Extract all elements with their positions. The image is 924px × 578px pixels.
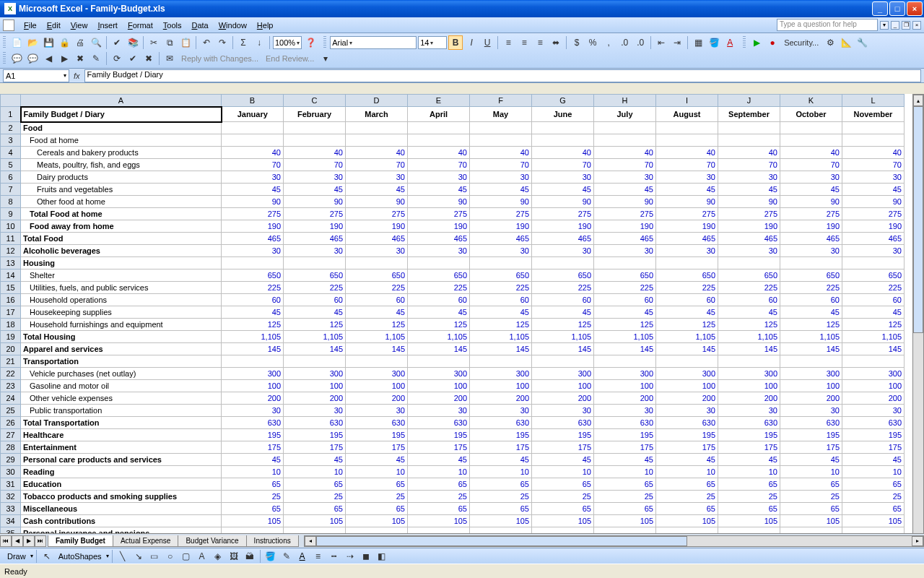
cell-K10[interactable]: 190 [780,220,842,233]
row-header-23[interactable]: 23 [1,380,21,392]
font-color-draw-button[interactable]: A [295,549,310,564]
cell-K6[interactable]: 30 [780,171,842,184]
oval-button[interactable]: ○ [163,549,178,564]
cell-J11[interactable]: 465 [718,233,780,245]
cell-E20[interactable]: 145 [408,343,470,355]
cell-F19[interactable]: 1,105 [470,331,532,343]
cell-B27[interactable]: 195 [222,429,284,441]
3d-button[interactable]: ◧ [375,549,389,564]
cell-D3[interactable] [346,134,408,147]
row-header-3[interactable]: 3 [1,134,21,147]
cell-A18[interactable]: Household furnishings and equipment [21,319,222,331]
cell-E2[interactable] [408,122,470,134]
menu-tools[interactable]: Tools [158,20,187,31]
cell-E17[interactable]: 45 [408,306,470,319]
cell-L18[interactable]: 125 [842,319,905,331]
cell-L8[interactable]: 90 [842,196,905,208]
cell-L6[interactable]: 30 [842,171,905,184]
cell-H5[interactable]: 70 [594,159,656,171]
cell-L13[interactable] [842,257,905,269]
cell-K13[interactable] [780,257,842,269]
cell-F22[interactable]: 300 [470,368,532,380]
cell-I2[interactable] [656,122,718,134]
cell-I24[interactable]: 200 [656,392,718,405]
cell-J33[interactable]: 65 [718,503,780,515]
cell-E10[interactable]: 190 [408,220,470,233]
cell-F32[interactable]: 25 [470,491,532,503]
cell-C1[interactable]: February [284,107,346,122]
cell-C27[interactable]: 195 [284,429,346,441]
menu-view[interactable]: View [66,20,93,31]
cell-K16[interactable]: 60 [780,294,842,306]
cell-E23[interactable]: 100 [408,380,470,392]
cell-C19[interactable]: 1,105 [284,331,346,343]
cell-L1[interactable]: November [842,107,905,122]
menu-insert[interactable]: Insert [92,20,123,31]
cell-J7[interactable]: 45 [718,184,780,196]
cell-D14[interactable]: 650 [346,269,408,282]
arrow-button[interactable]: ↘ [131,549,146,564]
doc-minimize-button[interactable]: _ [891,21,899,30]
cell-E8[interactable]: 90 [408,196,470,208]
cell-E32[interactable]: 25 [408,491,470,503]
research-button[interactable]: 📚 [126,35,140,50]
cell-D32[interactable]: 25 [346,491,408,503]
cell-L12[interactable]: 30 [842,245,905,257]
cell-F11[interactable]: 465 [470,233,532,245]
cell-J17[interactable]: 45 [718,306,780,319]
delete-comment-button[interactable]: ✖ [73,51,87,66]
menu-data[interactable]: Data [186,20,213,31]
cell-E21[interactable] [408,355,470,368]
cell-J21[interactable] [718,355,780,368]
cell-J20[interactable]: 145 [718,343,780,355]
decrease-indent-button[interactable]: ⇤ [654,35,668,50]
toolbar-options-button[interactable]: ▾ [318,51,333,66]
row-header-12[interactable]: 12 [1,245,21,257]
cell-C22[interactable]: 300 [284,368,346,380]
row-header-19[interactable]: 19 [1,331,21,343]
cell-D23[interactable]: 100 [346,380,408,392]
zoom-combo[interactable]: 100%▾ [273,36,302,49]
line-color-button[interactable]: ✎ [279,549,294,564]
cell-A12[interactable]: Alcoholic beverages [21,245,222,257]
horizontal-scrollbar[interactable]: ◂ ▸ [304,535,924,547]
cell-G19[interactable]: 1,105 [532,331,594,343]
cell-K22[interactable]: 300 [780,368,842,380]
cell-G30[interactable]: 10 [532,466,594,478]
cell-L25[interactable]: 30 [842,405,905,417]
cell-H3[interactable] [594,134,656,147]
cell-D18[interactable]: 125 [346,319,408,331]
cell-L2[interactable] [842,122,905,134]
italic-button[interactable]: I [464,35,479,50]
cell-H23[interactable]: 100 [594,380,656,392]
cell-I1[interactable]: August [656,107,718,122]
cell-D15[interactable]: 225 [346,282,408,294]
cell-J16[interactable]: 60 [718,294,780,306]
cell-F20[interactable]: 145 [470,343,532,355]
cell-K11[interactable]: 465 [780,233,842,245]
column-header-G[interactable]: G [532,95,594,107]
record-macro-button[interactable]: ● [765,35,780,50]
cell-L21[interactable] [842,355,905,368]
cell-G24[interactable]: 200 [532,392,594,405]
cell-L9[interactable]: 275 [842,208,905,220]
cell-G23[interactable]: 100 [532,380,594,392]
cell-D17[interactable]: 45 [346,306,408,319]
cell-C18[interactable]: 125 [284,319,346,331]
borders-button[interactable]: ▦ [691,35,705,50]
cell-H20[interactable]: 145 [594,343,656,355]
cell-E1[interactable]: April [408,107,470,122]
cell-B29[interactable]: 45 [222,454,284,466]
cell-L30[interactable]: 10 [842,466,905,478]
cell-C34[interactable]: 105 [284,515,346,527]
row-header-11[interactable]: 11 [1,233,21,245]
cell-H11[interactable]: 465 [594,233,656,245]
cell-J18[interactable]: 125 [718,319,780,331]
cell-I7[interactable]: 45 [656,184,718,196]
cell-C33[interactable]: 65 [284,503,346,515]
cell-B21[interactable] [222,355,284,368]
cell-F34[interactable]: 105 [470,515,532,527]
merge-center-button[interactable]: ⬌ [549,35,563,50]
cell-L10[interactable]: 190 [842,220,905,233]
column-header-E[interactable]: E [408,95,470,107]
